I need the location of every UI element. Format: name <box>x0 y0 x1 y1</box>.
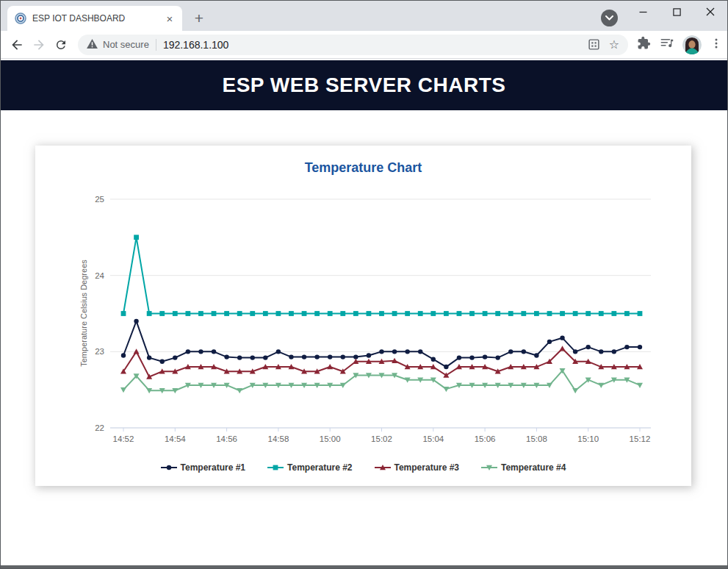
forward-button[interactable] <box>28 34 50 56</box>
chevron-down-icon[interactable] <box>601 10 618 26</box>
page-title: ESP WEB SERVER CHARTS <box>223 74 506 97</box>
legend-item-temperature-4[interactable]: Temperature #4 <box>481 462 566 473</box>
address-bar[interactable]: Not secure 192.168.1.100 ☆ <box>78 35 628 55</box>
x-tick-label: 15:00 <box>320 434 341 443</box>
window-minimize-button[interactable] <box>626 1 660 23</box>
chart-legend: Temperature #1Temperature #2Temperature … <box>35 462 691 473</box>
x-tick-label: 15:10 <box>577 434 599 443</box>
legend-label: Temperature #2 <box>287 462 352 473</box>
not-secure-label[interactable]: Not secure <box>103 39 149 50</box>
x-tick-label: 15:04 <box>422 434 444 443</box>
x-tick-label: 15:02 <box>371 434 392 443</box>
tab-close-icon[interactable]: × <box>163 12 176 25</box>
legend-label: Temperature #1 <box>181 462 245 473</box>
browser-menu-icon[interactable] <box>710 37 722 52</box>
window-close-button[interactable] <box>693 1 727 23</box>
legend-label: Temperature #4 <box>501 462 566 473</box>
legend-marker-icon <box>161 463 177 472</box>
temperature-chart: 2223242514:5214:5414:5614:5815:0015:0215… <box>35 146 691 486</box>
reload-button[interactable] <box>50 34 72 56</box>
legend-marker-icon <box>375 463 391 472</box>
y-tick-label: 25 <box>95 195 104 204</box>
x-tick-label: 15:06 <box>475 434 496 443</box>
profile-avatar[interactable] <box>682 35 702 54</box>
y-tick-label: 24 <box>95 271 104 280</box>
legend-label: Temperature #3 <box>394 462 459 473</box>
x-tick-label: 14:52 <box>113 434 134 443</box>
x-tick-label: 15:12 <box>630 434 651 443</box>
temperature-chart-card: Temperature Chart 2223242514:5214:5414:5… <box>35 146 691 486</box>
legend-marker-icon <box>267 463 284 472</box>
not-secure-warning-icon[interactable] <box>87 38 98 51</box>
back-button[interactable] <box>6 34 28 56</box>
url-text[interactable]: 192.168.1.100 <box>163 39 229 51</box>
page-header: ESP WEB SERVER CHARTS <box>0 60 728 110</box>
x-axis: 14:5214:5414:5614:5815:0015:0215:0415:06… <box>110 428 651 443</box>
site-favicon-icon <box>15 12 26 24</box>
x-tick-label: 14:54 <box>165 434 186 443</box>
tab-title: ESP IOT DASHBOARD <box>32 13 163 24</box>
y-tick-label: 22 <box>95 423 104 432</box>
legend-item-temperature-3[interactable]: Temperature #3 <box>375 462 459 473</box>
window-maximize-button[interactable] <box>660 1 693 23</box>
y-tick-label: 23 <box>95 347 104 356</box>
browser-titlebar: ESP IOT DASHBOARD × + <box>0 0 728 31</box>
browser-toolbar: Not secure 192.168.1.100 ☆ <box>0 31 728 59</box>
series-temperature-4 <box>120 368 643 393</box>
new-tab-button[interactable]: + <box>190 9 209 28</box>
legend-item-temperature-1[interactable]: Temperature #1 <box>161 462 245 473</box>
x-tick-label: 15:08 <box>526 434 547 443</box>
omnibox-divider <box>156 39 156 51</box>
taskbar-edge <box>0 565 728 569</box>
y-axis-labels: 22232425 <box>95 195 104 432</box>
bookmark-star-icon[interactable]: ☆ <box>609 39 619 51</box>
media-controls-icon[interactable] <box>660 36 674 53</box>
y-axis-title: Temperature Celsius Degrees <box>79 260 88 367</box>
browser-tab[interactable]: ESP IOT DASHBOARD × <box>7 6 182 31</box>
extensions-puzzle-icon[interactable] <box>637 36 651 53</box>
legend-marker-icon <box>481 463 497 472</box>
x-tick-label: 14:56 <box>216 434 237 443</box>
legend-item-temperature-2[interactable]: Temperature #2 <box>267 462 352 473</box>
x-tick-label: 14:58 <box>268 434 289 443</box>
qr-code-icon[interactable] <box>588 38 600 51</box>
